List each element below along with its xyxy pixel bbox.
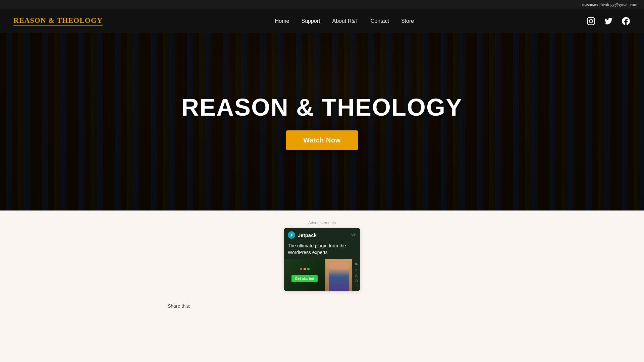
- ad-brand: Jetpack: [298, 232, 317, 238]
- social-links: [586, 16, 631, 26]
- ad-screenshot: Get started: [284, 259, 325, 291]
- ad-vp-badge: VP: [351, 233, 356, 237]
- ad-icon-2: ○: [354, 267, 359, 272]
- nav-home[interactable]: Home: [275, 18, 289, 24]
- watch-now-button[interactable]: Watch Now: [286, 130, 358, 150]
- ads-label: Advertisements: [308, 221, 336, 225]
- ad-icon-1: ≫: [354, 261, 359, 266]
- contact-email: reasonandtheology@gmail.com: [582, 2, 637, 7]
- ad-dots: [300, 268, 310, 270]
- jetpack-logo: ⚡: [288, 231, 295, 239]
- ad-icons-column: ≫ ○ △ ⬡ ☰: [352, 259, 360, 291]
- ad-header: ⚡ Jetpack VP: [284, 228, 360, 241]
- nav-store[interactable]: Store: [401, 18, 414, 24]
- instagram-icon[interactable]: [586, 16, 596, 26]
- ad-icon-3: △: [354, 273, 359, 278]
- share-label: Share this:: [168, 301, 190, 309]
- ad-image-area: Get started ≫ ○ △ ⬡ ☰: [284, 259, 360, 291]
- nav-contact[interactable]: Contact: [371, 18, 389, 24]
- ad-card: ⚡ Jetpack VP The ultimate plugin from th…: [284, 228, 360, 291]
- hero-section: REASON & THEOLOGY Watch Now: [0, 33, 644, 210]
- share-section: Share this:: [168, 301, 190, 309]
- navbar: REASON & THEOLOGY Home Support About R&T…: [0, 9, 644, 33]
- top-bar: reasonandtheology@gmail.com: [0, 0, 644, 9]
- facebook-icon[interactable]: [621, 16, 631, 26]
- hero-title: REASON & THEOLOGY: [181, 94, 463, 121]
- site-logo[interactable]: REASON & THEOLOGY: [13, 16, 103, 26]
- content-area: Advertisements ⚡ Jetpack VP The ultimate…: [0, 210, 644, 329]
- dot-red: [300, 268, 302, 270]
- twitter-icon[interactable]: [604, 16, 613, 26]
- nav-support[interactable]: Support: [301, 18, 320, 24]
- dot-green: [307, 268, 310, 270]
- ad-icon-4: ⬡: [354, 278, 359, 283]
- ad-person-image: [325, 259, 352, 291]
- ad-icon-5: ☰: [354, 284, 359, 289]
- ad-get-started-button[interactable]: Get started: [291, 275, 318, 282]
- hero-content: REASON & THEOLOGY Watch Now: [181, 94, 463, 150]
- ad-person-figure: [329, 262, 349, 291]
- ad-tagline: The ultimate plugin from the WordPress e…: [284, 241, 360, 259]
- ad-person-head: [334, 259, 343, 267]
- nav-links: Home Support About R&T Contact Store: [275, 18, 414, 24]
- nav-about[interactable]: About R&T: [332, 18, 359, 24]
- dot-yellow: [304, 268, 306, 270]
